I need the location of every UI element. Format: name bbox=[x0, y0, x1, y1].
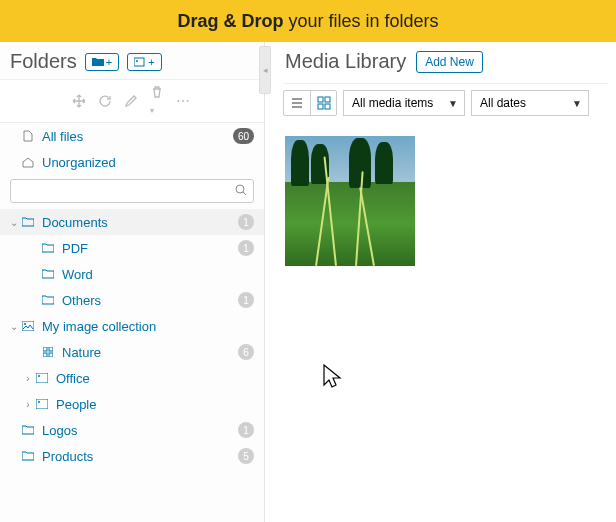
banner: Drag & Drop your files in folders bbox=[0, 0, 616, 42]
folder-icon bbox=[40, 295, 56, 305]
new-folder-button[interactable]: + bbox=[85, 53, 119, 71]
library-title: Media Library bbox=[285, 50, 406, 73]
row-others[interactable]: Others 1 bbox=[0, 287, 264, 313]
count-badge: 1 bbox=[238, 292, 254, 308]
panel-divider[interactable]: ◂ bbox=[265, 42, 277, 522]
add-new-button[interactable]: Add New bbox=[416, 51, 483, 73]
row-my-images[interactable]: ⌄ My image collection bbox=[0, 313, 264, 339]
row-nature[interactable]: Nature 6 bbox=[0, 339, 264, 365]
gallery-icon bbox=[34, 399, 50, 409]
more-icon[interactable]: ⋯ bbox=[176, 93, 192, 109]
chevron-down-icon[interactable]: ⌄ bbox=[8, 217, 20, 228]
list-view-icon[interactable] bbox=[284, 91, 310, 115]
row-office[interactable]: › Office bbox=[0, 365, 264, 391]
folder-plus-icon bbox=[92, 57, 104, 67]
folder-toolbar: ▾ ⋯ bbox=[0, 79, 264, 123]
edit-icon[interactable] bbox=[124, 94, 138, 108]
folder-search-input[interactable] bbox=[10, 179, 254, 203]
count-badge: 1 bbox=[238, 240, 254, 256]
gallery-icon bbox=[20, 321, 36, 331]
svg-rect-16 bbox=[325, 104, 330, 109]
row-pdf[interactable]: PDF 1 bbox=[0, 235, 264, 261]
count-badge: 1 bbox=[238, 422, 254, 438]
folder-icon bbox=[40, 269, 56, 279]
filter-date-select[interactable]: All dates▼ bbox=[471, 90, 589, 116]
gallery-icon bbox=[34, 373, 50, 383]
banner-rest: your files in folders bbox=[283, 11, 438, 31]
chevron-down-icon: ▼ bbox=[448, 98, 458, 109]
svg-rect-11 bbox=[36, 399, 48, 409]
home-icon bbox=[20, 156, 36, 168]
row-people[interactable]: › People bbox=[0, 391, 264, 417]
svg-rect-14 bbox=[325, 97, 330, 102]
refresh-icon[interactable] bbox=[98, 94, 112, 108]
count-badge: 6 bbox=[238, 344, 254, 360]
row-all-files[interactable]: ▾ All files 60 bbox=[0, 123, 264, 149]
chevron-down-icon[interactable]: ⌄ bbox=[8, 321, 20, 332]
row-logos[interactable]: › Logos 1 bbox=[0, 417, 264, 443]
drag-handle-icon[interactable]: ◂ bbox=[259, 46, 271, 94]
view-toggle bbox=[283, 90, 337, 116]
move-icon[interactable] bbox=[72, 94, 86, 108]
row-documents[interactable]: ⌄ Documents 1 bbox=[0, 209, 264, 235]
media-thumbnail[interactable] bbox=[285, 136, 415, 266]
svg-rect-5 bbox=[43, 347, 47, 351]
svg-rect-3 bbox=[22, 321, 34, 331]
count-badge: 5 bbox=[238, 448, 254, 464]
folder-icon bbox=[20, 425, 36, 435]
grid-view-icon[interactable] bbox=[310, 91, 336, 115]
count-badge: 1 bbox=[238, 214, 254, 230]
svg-point-10 bbox=[38, 375, 40, 377]
folders-panel: Folders + + ▾ ⋯ ▾ All files 60 ▾ bbox=[0, 42, 265, 522]
svg-point-4 bbox=[24, 323, 26, 325]
svg-point-2 bbox=[236, 185, 244, 193]
svg-point-1 bbox=[136, 60, 138, 62]
gallery-plus-icon bbox=[134, 57, 146, 67]
folder-icon bbox=[40, 243, 56, 253]
svg-rect-8 bbox=[49, 353, 53, 357]
svg-point-12 bbox=[38, 401, 40, 403]
banner-bold: Drag & Drop bbox=[177, 11, 283, 31]
row-unorganized[interactable]: ▾ Unorganized bbox=[0, 149, 264, 175]
new-gallery-button[interactable]: + bbox=[127, 53, 161, 71]
chevron-down-icon: ▼ bbox=[572, 98, 582, 109]
chevron-right-icon[interactable]: › bbox=[22, 373, 34, 384]
folder-icon bbox=[20, 451, 36, 461]
chevron-right-icon[interactable]: › bbox=[22, 399, 34, 410]
filter-type-select[interactable]: All media items▼ bbox=[343, 90, 465, 116]
row-products[interactable]: › Products 5 bbox=[0, 443, 264, 469]
folder-icon bbox=[20, 217, 36, 227]
folders-title: Folders bbox=[10, 50, 77, 73]
row-word[interactable]: Word bbox=[0, 261, 264, 287]
media-library-panel: Media Library Add New All media items▼ A… bbox=[277, 42, 616, 522]
grid-icon bbox=[40, 347, 56, 357]
svg-rect-0 bbox=[134, 58, 144, 66]
svg-rect-6 bbox=[49, 347, 53, 351]
svg-rect-7 bbox=[43, 353, 47, 357]
count-badge: 60 bbox=[233, 128, 254, 144]
search-icon bbox=[234, 183, 248, 201]
svg-rect-13 bbox=[318, 97, 323, 102]
svg-rect-15 bbox=[318, 104, 323, 109]
svg-rect-9 bbox=[36, 373, 48, 383]
file-icon bbox=[20, 130, 36, 142]
trash-icon[interactable]: ▾ bbox=[150, 85, 164, 117]
